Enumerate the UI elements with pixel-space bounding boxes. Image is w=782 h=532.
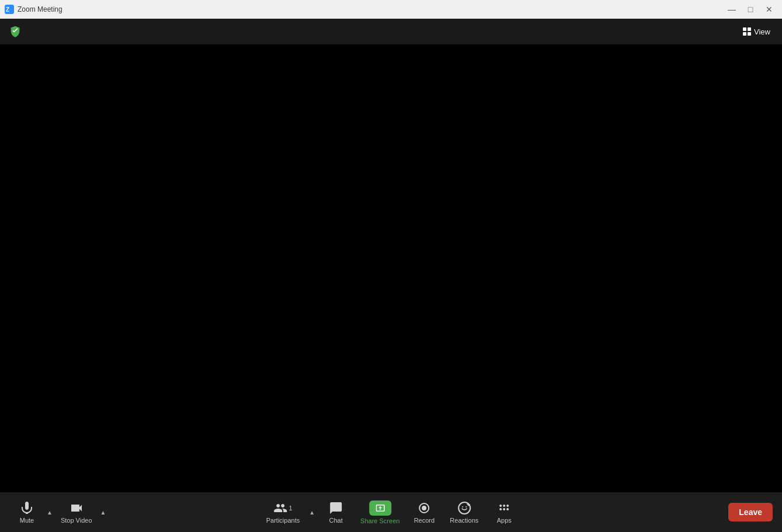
top-bar: View [0, 19, 782, 44]
apps-button[interactable]: Apps [486, 495, 522, 529]
chat-button[interactable]: Chat [318, 495, 353, 529]
participants-button[interactable]: 1 Participants [260, 495, 305, 529]
stop-video-button[interactable]: Stop Video [55, 495, 98, 529]
mute-label: Mute [20, 517, 34, 524]
mute-caret-button[interactable]: ▲ [46, 495, 54, 529]
minimize-button[interactable]: — [724, 4, 740, 15]
security-shield-button[interactable] [7, 23, 23, 40]
window-title: Zoom Meeting [18, 5, 62, 13]
close-button[interactable]: ✕ [761, 4, 777, 15]
apps-label: Apps [497, 517, 512, 524]
toolbar: Mute ▲ Stop Video ▲ 1 Participants ▲ [0, 492, 782, 532]
record-icon [417, 501, 431, 515]
toolbar-center-controls: 1 Participants ▲ Chat Share Screen [260, 495, 522, 529]
stop-video-label: Stop Video [61, 517, 92, 524]
view-label: View [754, 27, 770, 36]
share-screen-icon-bg [369, 500, 391, 516]
window-controls: — □ ✕ [724, 4, 777, 15]
chat-icon [329, 501, 343, 515]
video-area [0, 44, 782, 492]
view-grid-icon [743, 27, 751, 36]
view-button[interactable]: View [738, 25, 775, 39]
participants-icon [273, 501, 287, 515]
video-icon [69, 501, 84, 515]
zoom-logo-icon: Z [5, 5, 14, 14]
svg-point-5 [462, 506, 463, 507]
share-screen-icon [375, 503, 385, 513]
title-bar: Z Zoom Meeting — □ ✕ [0, 0, 782, 19]
share-screen-button[interactable]: Share Screen [356, 495, 404, 529]
video-caret-button[interactable]: ▲ [99, 495, 107, 529]
reactions-button[interactable]: Reactions [444, 495, 484, 529]
apps-icon [497, 501, 511, 515]
title-bar-left: Z Zoom Meeting [5, 5, 62, 14]
svg-point-6 [465, 506, 467, 507]
maximize-button[interactable]: □ [742, 4, 759, 15]
participants-caret-button[interactable]: ▲ [308, 495, 316, 529]
share-screen-label: Share Screen [360, 517, 399, 524]
mute-button[interactable]: Mute [9, 495, 44, 529]
participants-icon-group: 1 [273, 501, 292, 515]
record-button[interactable]: Record [406, 495, 442, 529]
chat-label: Chat [329, 517, 342, 524]
toolbar-left-controls: Mute ▲ Stop Video ▲ [9, 495, 107, 529]
record-label: Record [414, 517, 435, 524]
participants-count: 1 [289, 505, 292, 512]
reactions-icon [457, 501, 471, 515]
toolbar-right: Leave [728, 503, 773, 521]
microphone-icon [20, 501, 34, 515]
participants-label: Participants [266, 517, 300, 524]
svg-text:Z: Z [6, 6, 9, 13]
reactions-label: Reactions [450, 517, 478, 524]
shield-icon [9, 25, 22, 38]
svg-point-3 [422, 506, 426, 510]
leave-button[interactable]: Leave [728, 503, 773, 521]
